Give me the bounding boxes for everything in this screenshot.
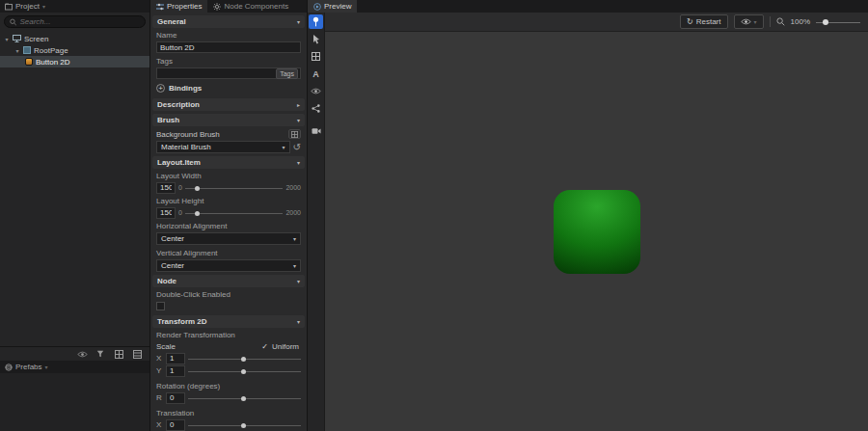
layout-width-slider[interactable] — [185, 183, 284, 193]
section-title: Brush — [157, 116, 179, 124]
background-brush-dropdown[interactable]: Material Brush ▾ — [156, 141, 290, 153]
dropdown-value: Center — [161, 234, 184, 243]
horizontal-alignment-dropdown[interactable]: Center ▾ — [156, 232, 301, 245]
uniform-checkbox[interactable]: ✓ Uniform — [260, 342, 299, 351]
brush-editor-button[interactable] — [288, 129, 301, 139]
cursor-icon — [312, 35, 320, 44]
tab-properties[interactable]: Properties — [150, 0, 207, 13]
interact-tool[interactable] — [309, 14, 323, 29]
text-tool[interactable]: A — [309, 67, 323, 81]
chevron-down-icon: ▾ — [297, 159, 300, 166]
dropdown-value: Material Brush — [161, 143, 211, 151]
palette-grid-icon — [291, 131, 298, 138]
translation-x-row: X — [150, 418, 307, 431]
translation-x-input[interactable] — [166, 419, 185, 431]
scale-y-input[interactable] — [166, 365, 185, 377]
expand-arrow-icon[interactable]: ▾ — [14, 47, 20, 54]
translation-label: Translation — [150, 404, 307, 418]
scale-x-slider[interactable] — [188, 354, 301, 364]
screen-icon — [13, 35, 21, 42]
search-input[interactable] — [19, 17, 140, 26]
scale-x-input[interactable] — [166, 353, 185, 364]
axis-label: Y — [156, 366, 163, 375]
expand-arrow-icon[interactable]: ▾ — [4, 36, 10, 42]
filter-icon — [96, 350, 104, 358]
section-header-description[interactable]: Description ▸ — [152, 98, 305, 111]
bindings-label: Bindings — [169, 84, 202, 93]
list-view-button[interactable] — [130, 348, 144, 360]
zoom-slider[interactable] — [816, 17, 860, 27]
tree-item-label: Button 2D — [36, 58, 70, 67]
tab-label: Node Components — [224, 2, 288, 11]
tree-item-screen[interactable]: ▾ Screen — [0, 33, 149, 44]
tags-input[interactable] — [160, 69, 276, 78]
axis-label: X — [156, 420, 163, 429]
tree-item-rootpage[interactable]: ▾ RootPage — [0, 44, 149, 56]
rotation-slider[interactable] — [188, 393, 301, 403]
rotation-input[interactable] — [166, 392, 185, 404]
visibility-button[interactable]: ▾ — [734, 14, 764, 29]
visibility-tool[interactable] — [309, 84, 323, 98]
layout-height-row: 0 2000 — [150, 206, 307, 219]
rotation-row: R — [150, 391, 307, 404]
tags-input-wrap[interactable]: Tags — [156, 67, 301, 79]
scale-y-slider[interactable] — [188, 366, 301, 376]
section-title: Node — [157, 277, 176, 285]
page-icon — [23, 46, 31, 54]
tree-item-button2d[interactable]: Button 2D — [0, 56, 149, 67]
grid-tool[interactable] — [309, 49, 323, 64]
select-tool[interactable] — [309, 32, 323, 46]
revert-icon[interactable]: ↺ — [293, 143, 301, 152]
section-header-layout[interactable]: Layout.Item ▾ — [152, 156, 305, 169]
prefab-icon — [5, 364, 13, 371]
section-header-node[interactable]: Node ▾ — [152, 275, 305, 287]
tags-button[interactable]: Tags — [276, 68, 298, 79]
chevron-down-icon[interactable]: ▾ — [42, 3, 45, 10]
capture-tool[interactable] — [309, 123, 323, 138]
tab-preview[interactable]: Preview — [308, 0, 357, 13]
double-click-checkbox[interactable] — [156, 302, 165, 310]
tree-item-label: Screen — [24, 35, 48, 43]
slider-max-label: 2000 — [285, 209, 301, 216]
grid-view-button[interactable] — [112, 348, 125, 360]
restart-label: Restart — [696, 17, 721, 26]
chevron-right-icon: ▸ — [297, 101, 300, 108]
section-header-brush[interactable]: Brush ▾ — [152, 114, 305, 126]
show-hidden-button[interactable] — [75, 348, 89, 360]
button2d-preview[interactable] — [554, 190, 640, 274]
search-box[interactable] — [4, 15, 146, 28]
pin-icon — [312, 16, 320, 27]
restart-button[interactable]: ↻ Restart — [680, 14, 728, 29]
tab-node-components[interactable]: Node Components — [207, 0, 294, 13]
layout-width-label: Layout Width — [150, 169, 307, 181]
grid-icon — [312, 52, 320, 61]
add-binding-button[interactable]: + Bindings — [150, 80, 307, 95]
node-graph-tool[interactable] — [309, 101, 323, 116]
section-header-transform2d[interactable]: Transform 2D ▾ — [152, 315, 305, 328]
project-tree: ▾ Screen ▾ RootPage Button 2D — [0, 31, 149, 346]
section-title: Layout.Item — [157, 158, 201, 167]
chevron-down-icon: ▾ — [293, 262, 296, 269]
layout-width-input[interactable] — [156, 182, 176, 194]
filter-button[interactable] — [94, 348, 107, 360]
preview-canvas[interactable] — [325, 32, 868, 431]
translation-x-slider[interactable] — [188, 420, 301, 430]
project-icon — [5, 3, 13, 11]
sliders-icon — [156, 3, 164, 11]
play-circle-icon — [313, 3, 321, 11]
layout-height-input[interactable] — [156, 207, 176, 219]
vertical-alignment-dropdown[interactable]: Center ▾ — [156, 259, 301, 272]
chevron-down-icon[interactable]: ▾ — [45, 364, 48, 370]
grid-icon — [115, 350, 123, 359]
eye-icon — [311, 88, 321, 94]
zoom-value: 100% — [791, 17, 810, 26]
search-area — [0, 13, 149, 31]
name-input[interactable] — [156, 41, 301, 53]
check-icon: ✓ — [260, 342, 269, 351]
restart-icon: ↻ — [687, 17, 693, 26]
layout-height-slider[interactable] — [185, 208, 284, 218]
section-title: Transform 2D — [157, 317, 207, 326]
section-header-general[interactable]: General ▾ — [152, 15, 305, 28]
scale-y-row: Y — [150, 364, 307, 377]
prefabs-panel-header[interactable]: Prefabs ▾ — [0, 361, 149, 373]
